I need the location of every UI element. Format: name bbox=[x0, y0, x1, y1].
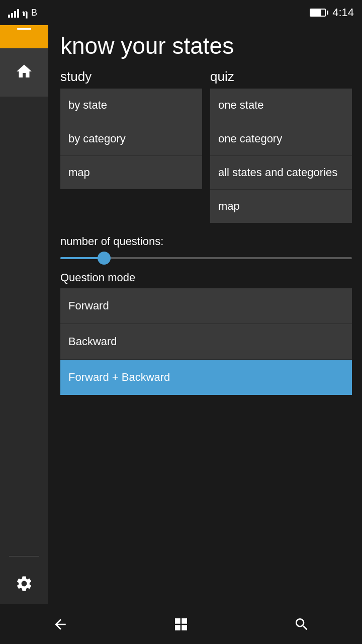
columns-layout: study by state by category map quiz one … bbox=[60, 69, 352, 223]
study-header: study bbox=[60, 69, 202, 85]
study-map-item[interactable]: map bbox=[60, 156, 202, 189]
back-button[interactable] bbox=[45, 609, 75, 639]
question-mode-section: Question mode Forward Backward Forward +… bbox=[60, 271, 352, 395]
status-bar: 𝛈 B 4:14 bbox=[0, 0, 362, 25]
search-button[interactable] bbox=[287, 609, 317, 639]
mode-forward-item[interactable]: Forward bbox=[60, 288, 352, 324]
gear-icon bbox=[15, 575, 33, 595]
slider-track[interactable] bbox=[60, 257, 352, 259]
question-mode-list: Forward Backward Forward + Backward bbox=[60, 288, 352, 395]
slider-thumb[interactable] bbox=[98, 252, 111, 265]
quiz-column: quiz one state one category all states a… bbox=[210, 69, 352, 223]
app-title: know your states bbox=[60, 33, 352, 59]
quiz-header: quiz bbox=[210, 69, 352, 85]
status-left: 𝛈 B bbox=[8, 7, 37, 19]
quiz-one-state-item[interactable]: one state bbox=[210, 89, 352, 122]
study-by-state-item[interactable]: by state bbox=[60, 89, 202, 122]
study-menu: by state by category map bbox=[60, 89, 202, 189]
windows-icon bbox=[173, 616, 189, 632]
windows-button[interactable] bbox=[166, 609, 196, 639]
question-mode-label: Question mode bbox=[60, 271, 352, 284]
search-icon bbox=[294, 616, 310, 632]
bluetooth-icon: B bbox=[31, 8, 37, 18]
settings-button[interactable] bbox=[0, 560, 48, 609]
back-icon bbox=[52, 616, 68, 632]
quiz-all-states-item[interactable]: all states and categories bbox=[210, 156, 352, 190]
study-column: study by state by category map bbox=[60, 69, 202, 223]
questions-label: number of questions: bbox=[60, 235, 352, 248]
quiz-one-category-item[interactable]: one category bbox=[210, 122, 352, 156]
questions-slider[interactable] bbox=[60, 255, 352, 261]
signal-bars-icon bbox=[8, 8, 19, 18]
nav-bar bbox=[0, 604, 362, 644]
questions-section: number of questions: bbox=[60, 235, 352, 261]
quiz-map-item[interactable]: map bbox=[210, 190, 352, 223]
home-icon bbox=[15, 62, 33, 83]
mode-backward-item[interactable]: Backward bbox=[60, 324, 352, 360]
mode-forward-backward-item[interactable]: Forward + Backward bbox=[60, 360, 352, 395]
sidebar bbox=[0, 0, 48, 619]
status-time: 4:14 bbox=[332, 6, 354, 19]
home-button[interactable] bbox=[0, 48, 48, 97]
status-right: 4:14 bbox=[310, 6, 354, 19]
battery-icon bbox=[310, 9, 328, 17]
wifi-icon: 𝛈 bbox=[22, 7, 28, 19]
quiz-menu: one state one category all states and ca… bbox=[210, 89, 352, 223]
main-content: know your states study by state by categ… bbox=[48, 25, 362, 604]
sidebar-divider bbox=[9, 556, 39, 556]
study-by-category-item[interactable]: by category bbox=[60, 122, 202, 156]
